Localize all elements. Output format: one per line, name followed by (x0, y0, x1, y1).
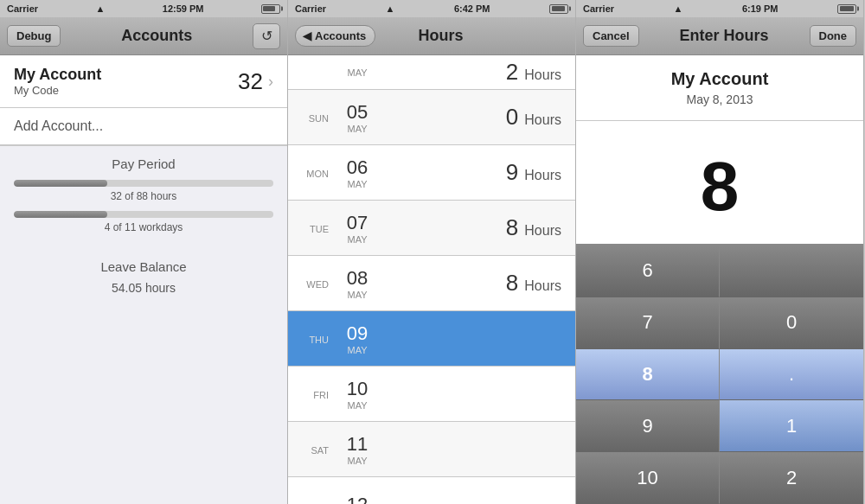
picker-8[interactable]: 8 (576, 349, 720, 401)
day-row-tue07[interactable]: TUE 07 MAY 8 Hours (288, 201, 575, 256)
picker-9[interactable]: 9 (576, 400, 720, 452)
picker-1[interactable]: 1 (720, 400, 863, 452)
accounts-title: Accounts (61, 27, 253, 45)
account-code: My Code (14, 84, 101, 97)
enter-hours-current-value: 8 (576, 121, 863, 244)
workdays-progress-label: 4 of 11 workdays (14, 221, 273, 233)
carrier-label-2: Carrier (295, 3, 326, 14)
enter-hours-account-name: My Account (590, 69, 849, 89)
picker-0[interactable]: 0 (720, 297, 863, 349)
enter-hours-title: Enter Hours (639, 27, 810, 45)
pay-period-section: Pay Period 32 of 88 hours 4 of 11 workda… (0, 146, 287, 249)
day-row-12[interactable]: 12 (288, 477, 575, 504)
chevron-icon: › (268, 73, 273, 91)
battery-1 (261, 4, 280, 14)
refresh-button[interactable]: ↺ (253, 23, 280, 49)
leave-balance-title: Leave Balance (14, 259, 273, 274)
battery-3 (837, 4, 856, 14)
hours-progress-fill (14, 180, 107, 187)
wifi-icon-2: ▲ (386, 3, 395, 14)
picker-2[interactable]: 2 (720, 452, 863, 504)
day-row-thu09[interactable]: THU 09 MAY (288, 311, 575, 367)
time-label-2: 6:42 PM (454, 3, 490, 14)
number-picker: 6 7 0 8 . 9 1 10 2 (576, 244, 863, 504)
nav-bar-enter-hours: Cancel Enter Hours Done (576, 17, 863, 55)
day-row-sat11[interactable]: SAT 11 MAY (288, 422, 575, 477)
panel-enter-hours: Carrier ▲ 6:19 PM Cancel Enter Hours Don… (576, 0, 864, 504)
picker-10[interactable]: 10 (576, 452, 720, 504)
day-row-partial[interactable]: MAY 2 Hours (288, 55, 575, 90)
enter-hours-date: May 8, 2013 (590, 93, 849, 106)
day-row-mon06[interactable]: MON 06 MAY 9 Hours (288, 145, 575, 201)
status-bar-2: Carrier ▲ 6:42 PM (288, 0, 575, 17)
day-row-sun05[interactable]: SUN 05 MAY 0 Hours (288, 90, 575, 145)
workdays-progress-fill (14, 211, 107, 218)
hours-progress-bar (14, 180, 273, 187)
picker-dot[interactable]: . (720, 349, 863, 401)
time-label-1: 12:59 PM (163, 3, 204, 14)
carrier-label-3: Carrier (583, 3, 614, 14)
leave-balance-section: Leave Balance 54.05 hours (0, 249, 287, 305)
nav-bar-accounts: Debug Accounts ↺ (0, 17, 287, 55)
panel-hours: Carrier ▲ 6:42 PM ◀ Accounts Hours MAY 2… (288, 0, 576, 504)
nav-bar-hours: ◀ Accounts Hours (288, 17, 575, 55)
cancel-button[interactable]: Cancel (583, 25, 639, 47)
panel-accounts: Carrier ▲ 12:59 PM Debug Accounts ↺ My A… (0, 0, 288, 504)
debug-button[interactable]: Debug (7, 25, 61, 47)
wifi-icon-1: ▲ (96, 3, 106, 14)
hours-list: MAY 2 Hours SUN 05 MAY 0 Hours MON 06 MA… (288, 55, 575, 504)
wifi-icon-3: ▲ (674, 3, 683, 14)
enter-hours-header: My Account May 8, 2013 (576, 55, 863, 121)
back-arrow-icon: ◀ (303, 29, 311, 42)
account-list: My Account My Code 32 › Add Account... (0, 55, 287, 146)
time-label-3: 6:19 PM (742, 3, 778, 14)
add-account-button[interactable]: Add Account... (0, 108, 287, 145)
workdays-progress-bar (14, 211, 273, 218)
status-bar-1: Carrier ▲ 12:59 PM (0, 0, 287, 17)
hours-title: Hours (375, 27, 506, 45)
picker-blank[interactable] (720, 246, 863, 297)
carrier-label-1: Carrier (7, 3, 38, 14)
picker-6[interactable]: 6 (576, 246, 720, 297)
account-hours-count: 32 (238, 68, 263, 95)
hours-progress-label: 32 of 88 hours (14, 190, 273, 202)
battery-2 (549, 4, 568, 14)
account-name: My Account (14, 66, 101, 84)
back-to-accounts-button[interactable]: ◀ Accounts (295, 25, 375, 47)
leave-balance-value: 54.05 hours (14, 281, 273, 295)
day-row-fri10[interactable]: FRI 10 MAY (288, 367, 575, 422)
status-bar-3: Carrier ▲ 6:19 PM (576, 0, 863, 17)
day-row-wed08[interactable]: WED 08 MAY 8 Hours (288, 256, 575, 311)
account-item[interactable]: My Account My Code 32 › (0, 55, 287, 108)
pay-period-title: Pay Period (14, 156, 273, 171)
picker-7[interactable]: 7 (576, 297, 720, 349)
done-button[interactable]: Done (810, 25, 857, 47)
